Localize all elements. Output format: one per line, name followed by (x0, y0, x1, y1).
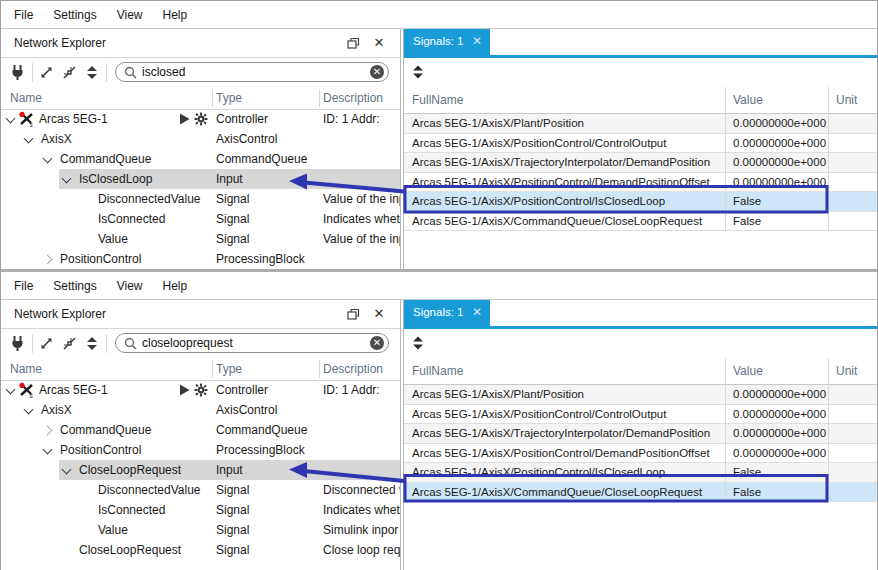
menu-file[interactable]: File (14, 279, 33, 293)
clear-search-icon[interactable]: ✕ (370, 65, 384, 79)
tree-row-value[interactable]: Value Signal Value of the inp (1, 229, 400, 249)
column-unit[interactable]: Unit (836, 93, 857, 107)
column-description[interactable]: Description (323, 362, 383, 376)
menu-view[interactable]: View (117, 8, 143, 22)
float-panel-icon[interactable] (346, 307, 360, 321)
tree-row-commandqueue[interactable]: CommandQueue CommandQueue (1, 149, 400, 169)
chevron-expanded-icon[interactable] (24, 405, 34, 415)
play-icon[interactable] (178, 383, 191, 403)
expand-all-icon[interactable] (38, 64, 55, 81)
tab-close-icon[interactable]: ✕ (472, 35, 482, 48)
tree-row-isconnected[interactable]: IsConnected Signal Indicates whet (1, 209, 400, 229)
signal-row-selected[interactable]: Arcas 5EG-1/AxisX/CommandQueue/CloseLoop… (404, 483, 877, 503)
signal-row[interactable]: Arcas 5EG-1/AxisX/PositionControl/IsClos… (404, 463, 877, 483)
signal-row[interactable]: Arcas 5EG-1/AxisX/Plant/Position 0.00000… (404, 385, 877, 405)
chevron-expanded-icon[interactable] (6, 385, 16, 395)
chevron-expanded-icon[interactable] (62, 465, 72, 475)
signal-row[interactable]: Arcas 5EG-1/AxisX/TrajectoryInterpolator… (404, 153, 877, 173)
tab-close-icon[interactable]: ✕ (472, 306, 482, 319)
column-description[interactable]: Description (323, 91, 383, 105)
signal-row[interactable]: Arcas 5EG-1/AxisX/TrajectoryInterpolator… (404, 424, 877, 444)
signal-row[interactable]: Arcas 5EG-1/AxisX/PositionControl/Demand… (404, 444, 877, 464)
menu-help[interactable]: Help (163, 279, 188, 293)
device-tree: s Arcas 5EG-1 Controller ID: 1 Addr: Axi… (1, 380, 400, 570)
column-name[interactable]: Name (10, 91, 42, 105)
chevron-expanded-icon[interactable] (24, 134, 34, 144)
tree-node-label: DisconnectedValue (98, 189, 201, 209)
signals-toolbar (404, 58, 877, 87)
tree-node-label: CommandQueue (60, 149, 151, 169)
float-panel-icon[interactable] (346, 36, 360, 50)
signal-fullname: Arcas 5EG-1/AxisX/PositionControl/Contro… (412, 405, 666, 425)
column-value[interactable]: Value (733, 93, 763, 107)
column-unit[interactable]: Unit (836, 364, 857, 378)
top-app-instance: File Settings View Help Network Explorer… (1, 1, 877, 270)
play-icon[interactable] (178, 112, 191, 132)
collapse-all-icon[interactable] (61, 64, 78, 81)
column-name[interactable]: Name (10, 362, 42, 376)
menu-file[interactable]: File (14, 8, 33, 22)
sort-updown-icon[interactable] (412, 335, 424, 351)
column-value[interactable]: Value (733, 364, 763, 378)
table-column-line (725, 87, 726, 230)
tree-row-closelooprequest-signal[interactable]: CloseLoopRequest Signal Close loop req (1, 540, 400, 560)
tree-node-type: Signal (216, 209, 249, 229)
connect-plug-icon[interactable] (9, 335, 26, 352)
close-panel-icon[interactable]: ✕ (372, 307, 386, 321)
tree-row-positioncontrol[interactable]: PositionControl ProcessingBlock (1, 440, 400, 460)
tree-row-axisx[interactable]: AxisX AxisControl (1, 400, 400, 420)
chevron-collapsed-icon[interactable] (43, 426, 53, 436)
tree-node-desc: Value of the inp (323, 229, 400, 249)
tree-row-commandqueue[interactable]: CommandQueue CommandQueue (1, 420, 400, 440)
gear-icon[interactable] (194, 383, 208, 403)
signal-row-selected[interactable]: Arcas 5EG-1/AxisX/PositionControl/IsClos… (404, 192, 877, 212)
signals-tabbar: Signals: 1 ✕ (404, 300, 877, 329)
chevron-collapsed-icon[interactable] (43, 255, 53, 265)
signal-row[interactable]: Arcas 5EG-1/AxisX/PositionControl/Contro… (404, 134, 877, 154)
menu-help[interactable]: Help (163, 8, 188, 22)
tree-row-positioncontrol[interactable]: PositionControl ProcessingBlock (1, 249, 400, 269)
column-fullname[interactable]: FullName (412, 364, 463, 378)
menu-settings[interactable]: Settings (53, 279, 96, 293)
connect-plug-icon[interactable] (9, 64, 26, 81)
chevron-expanded-icon[interactable] (43, 154, 53, 164)
search-input[interactable] (142, 64, 352, 80)
tree-row-value[interactable]: Value Signal Simulink inpor (1, 520, 400, 540)
tree-row-axisx[interactable]: AxisX AxisControl (1, 129, 400, 149)
search-input[interactable] (142, 335, 352, 351)
tree-row-disconnectedvalue[interactable]: DisconnectedValue Signal Disconnected v (1, 480, 400, 500)
signal-row[interactable]: Arcas 5EG-1/AxisX/CommandQueue/CloseLoop… (404, 212, 877, 232)
tree-row-isconnected[interactable]: IsConnected Signal Indicates whet (1, 500, 400, 520)
tab-signals[interactable]: Signals: 1 ✕ (404, 300, 490, 326)
chevron-expanded-icon[interactable] (6, 114, 16, 124)
signal-row[interactable]: Arcas 5EG-1/AxisX/Plant/Position 0.00000… (404, 114, 877, 134)
column-separator (319, 89, 320, 107)
column-fullname[interactable]: FullName (412, 93, 463, 107)
tree-row-disconnectedvalue[interactable]: DisconnectedValue Signal Value of the in… (1, 189, 400, 209)
menu-settings[interactable]: Settings (53, 8, 96, 22)
signal-row[interactable]: Arcas 5EG-1/AxisX/PositionControl/Contro… (404, 405, 877, 425)
close-panel-icon[interactable]: ✕ (372, 36, 386, 50)
expand-all-icon[interactable] (38, 335, 55, 352)
tree-row-isclosedloop-selected[interactable]: IsClosedLoop Input (1, 169, 400, 189)
tree-row-closelooprequest-selected[interactable]: CloseLoopRequest Input (1, 460, 400, 480)
collapse-all-icon[interactable] (61, 335, 78, 352)
search-box: ✕ (115, 62, 389, 82)
chevron-expanded-icon[interactable] (62, 174, 72, 184)
column-type[interactable]: Type (216, 91, 242, 105)
menu-view[interactable]: View (117, 279, 143, 293)
chevron-expanded-icon[interactable] (43, 445, 53, 455)
gear-icon[interactable] (194, 112, 208, 132)
tree-row-controller[interactable]: s Arcas 5EG-1 Controller ID: 1 Addr: (1, 109, 400, 129)
sort-updown-icon[interactable] (412, 64, 424, 80)
expand-collapse-icon[interactable] (85, 64, 102, 81)
clear-search-icon[interactable]: ✕ (370, 336, 384, 350)
table-column-line (828, 87, 829, 230)
tab-signals[interactable]: Signals: 1 ✕ (404, 29, 490, 55)
expand-collapse-icon[interactable] (85, 335, 102, 352)
signal-row[interactable]: Arcas 5EG-1/AxisX/PositionControl/Demand… (404, 173, 877, 193)
column-type[interactable]: Type (216, 362, 242, 376)
tree-row-controller[interactable]: s Arcas 5EG-1 Controller ID: 1 Addr: (1, 380, 400, 400)
signal-fullname: Arcas 5EG-1/AxisX/PositionControl/Contro… (412, 134, 666, 154)
signals-toolbar (404, 329, 877, 358)
